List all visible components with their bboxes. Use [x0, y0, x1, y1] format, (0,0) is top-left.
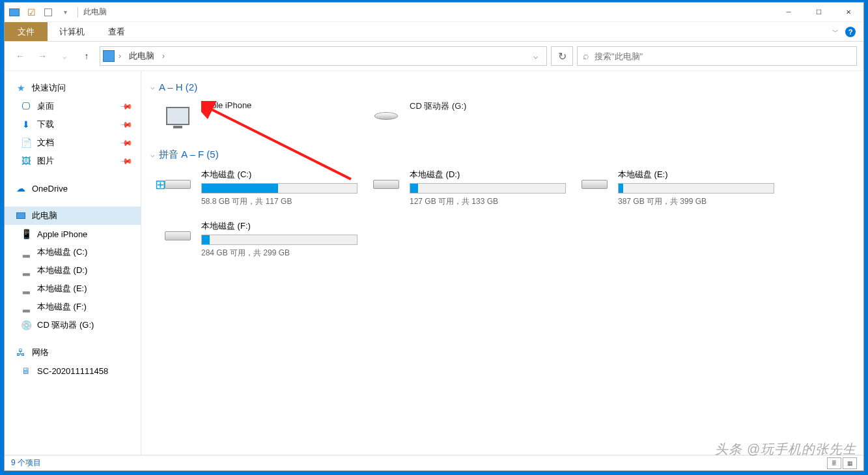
sidebar-onedrive[interactable]: ☁ OneDrive — [5, 179, 141, 197]
drive-item[interactable]: 本地磁盘 (E:) 387 GB 可用，共 399 GB — [579, 169, 774, 207]
pin-icon: 📌 — [120, 100, 133, 113]
sidebar-item[interactable]: 🖥SC-202011111458 — [5, 362, 141, 380]
sidebar-item-label: SC-202011111458 — [37, 366, 108, 376]
ribbon: 文件 计算机 查看 ﹀ ? — [5, 22, 863, 42]
properties-icon[interactable]: ☑ — [24, 5, 38, 20]
up-button[interactable]: ↑ — [77, 47, 96, 65]
icons-view-icon[interactable]: ▦ — [843, 457, 857, 469]
sidebar-item[interactable]: 🖵桌面📌 — [5, 97, 141, 115]
sidebar-network[interactable]: 🖧 网络 — [5, 343, 141, 362]
sidebar-item[interactable]: 💿CD 驱动器 (G:) — [5, 316, 141, 334]
sidebar-item[interactable]: ▂本地磁盘 (F:) — [5, 298, 141, 316]
device-icon — [166, 107, 189, 125]
downloads-icon: ⬇ — [20, 119, 32, 130]
tab-view[interactable]: 查看 — [96, 22, 137, 41]
forward-button[interactable]: → — [33, 47, 51, 65]
this-pc-icon — [7, 5, 21, 20]
drive-item[interactable]: 本地磁盘 (F:) 284 GB 可用，共 299 GB — [162, 220, 357, 259]
sidebar-label: 快速访问 — [32, 82, 66, 94]
chevron-down-icon[interactable]: ▾ — [58, 5, 72, 20]
disc-icon — [374, 112, 398, 120]
refresh-button[interactable]: ↻ — [551, 46, 573, 66]
group-title: A – H (2) — [159, 81, 197, 93]
sidebar-item[interactable]: 📱Apple iPhone — [5, 225, 141, 243]
drive-name: 本地磁盘 (D:) — [410, 169, 566, 180]
drive-name: 本地磁盘 (C:) — [201, 169, 357, 180]
content-pane: ⌵ A – H (2) Apple iPhoneCD 驱动器 (G:) ⌵ 拼音… — [141, 71, 863, 455]
view-switcher: ≣ ▦ — [827, 457, 857, 469]
sidebar-item-label: 下载 — [37, 119, 54, 130]
sidebar-item[interactable]: ▂本地磁盘 (C:) — [5, 243, 141, 261]
address-dropdown-icon[interactable]: ⌵ — [527, 48, 544, 65]
sidebar-item[interactable]: 🖼图片📌 — [5, 152, 141, 170]
drive-capacity-text: 387 GB 可用，共 399 GB — [618, 196, 774, 207]
device-item[interactable]: CD 驱动器 (G:) — [371, 100, 566, 132]
help-icon[interactable]: ? — [845, 27, 856, 37]
sidebar-label: OneDrive — [32, 184, 68, 194]
drive-item[interactable]: 本地磁盘 (D:) 127 GB 可用，共 133 GB — [371, 169, 566, 207]
sidebar-quick-access[interactable]: ★ 快速访问 — [5, 79, 141, 97]
search-input[interactable] — [595, 51, 851, 61]
pin-icon: 📌 — [120, 154, 133, 168]
window-controls: ─ ☐ ✕ — [774, 3, 863, 22]
cloud-icon: ☁ — [15, 182, 27, 194]
computer-icon: 🖥 — [20, 365, 32, 377]
drive-icon: 💿 — [20, 319, 32, 331]
sidebar-item[interactable]: ▂本地磁盘 (D:) — [5, 261, 141, 280]
search-icon: ⌕ — [583, 50, 589, 62]
breadcrumb[interactable]: 此电脑 — [125, 50, 158, 62]
device-name: Apple iPhone — [201, 100, 251, 110]
chevron-down-icon: ⌵ — [150, 83, 155, 91]
sidebar-item-label: 本地磁盘 (E:) — [37, 283, 87, 295]
close-button[interactable]: ✕ — [833, 3, 863, 22]
explorer-window: ☑ ▾ 此电脑 ─ ☐ ✕ 文件 计算机 查看 ﹀ ? ← → ⌵ ↑ › 此电… — [4, 2, 864, 471]
sidebar-label: 网络 — [32, 347, 49, 358]
file-tab[interactable]: 文件 — [5, 22, 48, 41]
sidebar-this-pc[interactable]: 此电脑 — [5, 207, 141, 225]
drive-icon: ▂ — [20, 246, 32, 258]
capacity-bar — [618, 183, 774, 194]
drive-name: 本地磁盘 (E:) — [618, 169, 774, 180]
device-item[interactable]: Apple iPhone — [162, 100, 357, 132]
this-pc-icon — [15, 210, 27, 222]
sidebar-item-label: 图片 — [37, 155, 54, 167]
sidebar-item[interactable]: ⬇下载📌 — [5, 115, 141, 134]
chevron-right-icon[interactable]: › — [119, 51, 121, 61]
back-button[interactable]: ← — [11, 47, 29, 65]
documents-icon: 📄 — [20, 137, 32, 149]
group-header[interactable]: ⌵ 拼音 A – F (5) — [150, 145, 854, 166]
drive-item[interactable]: 本地磁盘 (C:) 58.8 GB 可用，共 117 GB — [162, 169, 357, 207]
details-view-icon[interactable]: ≣ — [827, 457, 841, 469]
window-title: 此电脑 — [81, 7, 107, 18]
sidebar-item[interactable]: ▂本地磁盘 (E:) — [5, 280, 141, 298]
this-pc-icon — [103, 50, 115, 62]
drive-name: 本地磁盘 (F:) — [201, 220, 357, 232]
address-bar[interactable]: › 此电脑 › ⌵ — [100, 46, 547, 66]
sidebar-item-label: Apple iPhone — [37, 229, 87, 239]
group-header[interactable]: ⌵ A – H (2) — [150, 78, 854, 98]
star-icon: ★ — [15, 82, 27, 94]
drive-capacity-text: 127 GB 可用，共 133 GB — [410, 196, 566, 207]
drive-icon — [165, 231, 191, 240]
minimize-button[interactable]: ─ — [774, 3, 804, 22]
sidebar-item-label: 本地磁盘 (F:) — [37, 301, 87, 313]
quick-access-toolbar: ☑ ▾ — [5, 5, 75, 20]
body: ★ 快速访问 🖵桌面📌⬇下载📌📄文档📌🖼图片📌 ☁ OneDrive 此电脑 📱… — [5, 70, 863, 455]
capacity-bar — [201, 235, 357, 245]
recent-dropdown[interactable]: ⌵ — [55, 47, 74, 65]
ribbon-chevron-icon[interactable]: ﹀ — [832, 27, 839, 36]
drive-icon — [165, 180, 191, 189]
sidebar-item-label: CD 驱动器 (G:) — [37, 319, 94, 331]
search-box[interactable]: ⌕ — [577, 46, 857, 66]
tab-computer[interactable]: 计算机 — [48, 22, 96, 41]
drive-capacity-text: 58.8 GB 可用，共 117 GB — [201, 196, 357, 207]
sidebar-item-label: 本地磁盘 (C:) — [37, 246, 87, 258]
drive-capacity-text: 284 GB 可用，共 299 GB — [201, 248, 357, 259]
group-title: 拼音 A – F (5) — [159, 149, 219, 161]
maximize-button[interactable]: ☐ — [804, 3, 833, 22]
capacity-bar — [201, 183, 357, 194]
sidebar-item[interactable]: 📄文档📌 — [5, 134, 141, 152]
qat-dropdown-icon[interactable] — [41, 5, 55, 20]
navigation-pane: ★ 快速访问 🖵桌面📌⬇下载📌📄文档📌🖼图片📌 ☁ OneDrive 此电脑 📱… — [5, 71, 141, 455]
chevron-right-icon[interactable]: › — [162, 51, 165, 61]
